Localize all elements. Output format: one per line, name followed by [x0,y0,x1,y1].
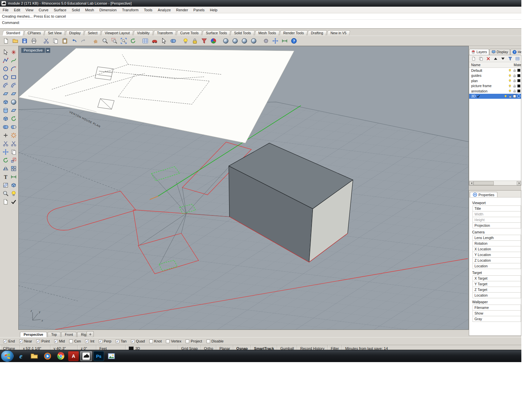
named-views-icon[interactable] [150,37,159,45]
new-file-icon[interactable] [2,37,10,45]
viewport-tab[interactable]: Front [61,332,77,337]
checkbox-icon[interactable] [69,339,73,343]
layer-name[interactable]: plan [471,79,478,83]
boolean-union-tool-icon[interactable] [1,123,10,131]
checkbox-icon[interactable] [85,339,89,343]
paste-icon[interactable] [61,37,69,45]
layer-visibility-bulb-icon[interactable] [508,68,512,72]
property-row[interactable]: Title [472,205,521,211]
taskbar-file-explorer[interactable] [28,351,40,361]
text-tool-icon[interactable] [1,173,10,181]
osnap-checkbox[interactable]: Perp [99,339,111,343]
taskbar-photoshop[interactable]: Ps [93,351,104,361]
toolbar-tab[interactable]: Visibility [133,30,154,36]
block-tool-icon[interactable] [9,181,18,190]
layer-name[interactable]: annotation [471,89,487,93]
perspective-viewport[interactable]: VENTON HOUSE PLAN z y x [18,46,469,330]
osnap-checkbox[interactable]: Disable [206,339,224,343]
loft-tool-icon[interactable] [1,89,10,98]
checkbox-icon[interactable] [116,339,119,343]
trim-tool-icon[interactable] [1,139,10,148]
circle-tool-icon[interactable] [1,65,10,73]
property-row[interactable]: Gray [472,316,521,322]
patch-tool-icon[interactable] [9,89,18,98]
toolbar-tab[interactable]: Solid Tools [230,30,255,36]
tab-Help[interactable]: Help [510,49,521,55]
viewport-layout-icon[interactable] [141,37,150,45]
property-row[interactable]: Location [472,263,521,269]
layer-visibility-bulb-icon[interactable] [508,84,512,88]
display-gear-icon[interactable] [262,37,270,45]
toolbar-tab[interactable]: Drafting [307,30,327,36]
zoom-extents-icon[interactable] [119,37,128,45]
arc-tool-icon[interactable] [9,65,18,73]
viewport-menu-caret-icon[interactable] [46,48,50,53]
property-row[interactable]: Filename [472,305,521,311]
toolbar-tab[interactable]: Render Tools [279,30,308,36]
taskbar-photo-viewer[interactable] [105,351,117,361]
zoom-window-icon[interactable] [110,37,119,45]
layer-color-swatch[interactable] [517,69,520,72]
menu-item[interactable]: Dimension [97,7,119,13]
copy-icon[interactable] [51,37,60,45]
rotate-view-icon[interactable] [129,37,137,45]
gumball-widget-icon[interactable] [271,37,280,45]
toolbar-tab[interactable]: Mesh Tools [254,30,280,36]
layer-tools-icon[interactable] [514,55,521,62]
osnap-checkbox[interactable]: Tan [116,339,127,343]
open-icon[interactable] [11,37,20,45]
checkbox-icon[interactable] [3,339,7,343]
notes-tool-icon[interactable] [1,198,10,206]
property-row[interactable]: Lens Length [472,235,521,241]
checkbox-icon[interactable] [131,339,135,343]
property-row[interactable]: Height [472,217,521,223]
osnap-checkbox[interactable]: Quad [131,339,145,343]
save-icon[interactable] [20,37,29,45]
join-tool-icon[interactable] [1,131,10,140]
property-row[interactable]: Rotation [472,240,521,246]
curve-boolean-icon[interactable] [169,37,178,45]
plane-tool-icon[interactable] [9,106,18,115]
layer-color-swatch[interactable] [513,95,516,98]
taskbar-rhinoceros[interactable] [80,351,92,361]
layer-color-swatch[interactable] [517,84,520,87]
layer-lock-icon[interactable] [513,84,516,88]
menu-item[interactable]: File [0,7,11,13]
toolbar-tab[interactable]: Transform [153,30,177,36]
layer-row[interactable]: 3D [469,94,521,99]
move-tool-icon[interactable] [1,148,10,156]
menu-item[interactable]: Panels [191,7,207,13]
layer-name[interactable]: Default [471,68,482,72]
mirror-tool-icon[interactable] [1,164,10,173]
osnap-checkbox[interactable]: End [3,339,15,343]
render-funnel-icon[interactable] [200,37,208,45]
menu-item[interactable]: Mesh [82,7,97,13]
split-tool-icon[interactable] [9,139,18,148]
viewport-tab[interactable]: Perspective [20,332,47,337]
spotlight-tool-icon[interactable] [9,189,18,198]
filter-layers-icon[interactable] [507,55,514,62]
toolbar-tab[interactable]: Standard [2,30,24,36]
menu-item[interactable]: Analyze [155,7,173,13]
property-row[interactable]: Viewport [470,200,521,206]
property-row[interactable]: X Location [472,246,521,252]
menu-item[interactable]: Curve [36,7,51,13]
array-tool-icon[interactable] [9,164,18,173]
property-row[interactable]: Y Location [472,252,521,258]
taskbar-start-button[interactable] [1,350,14,362]
revolve-tool-icon[interactable] [9,114,18,123]
property-row[interactable]: Location [472,292,521,298]
toolbar-tab[interactable]: Set View [44,30,66,36]
property-row[interactable]: Show [472,310,521,316]
property-row[interactable]: Y Target [472,281,521,287]
layer-lock-icon[interactable] [513,68,516,72]
layer-row[interactable]: plan [469,78,521,83]
property-row[interactable]: Z Location [472,257,521,263]
viewport-canvas[interactable]: VENTON HOUSE PLAN z y x [19,46,468,330]
layer-lock-icon[interactable] [513,74,516,77]
help-icon[interactable] [290,37,298,45]
polygon-tool-icon[interactable] [1,73,10,81]
layer-color-swatch[interactable] [517,89,520,92]
render-wheel-icon[interactable] [209,37,218,45]
taskbar-chrome[interactable] [55,351,67,361]
